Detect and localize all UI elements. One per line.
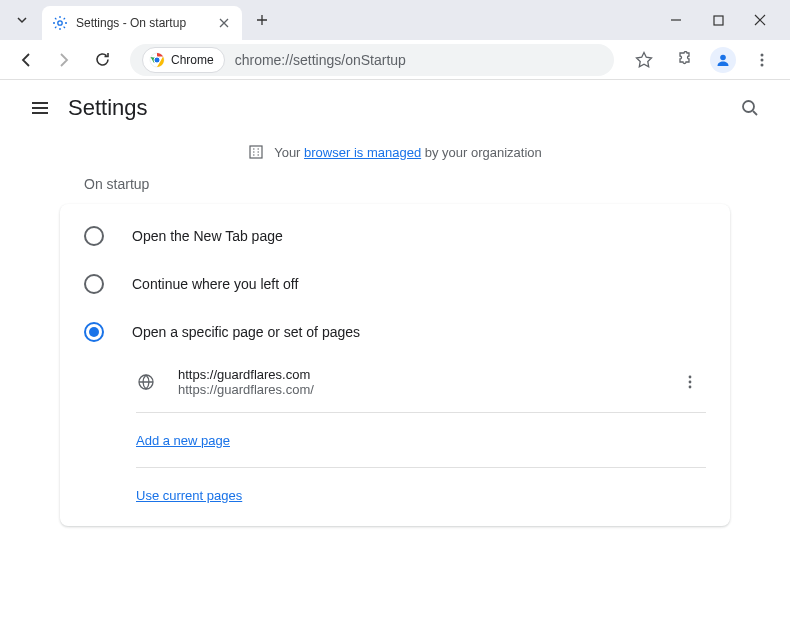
omnibox[interactable]: Chrome chrome://settings/onStartup: [130, 44, 614, 76]
maximize-button[interactable]: [704, 6, 732, 34]
radio-button: [84, 226, 104, 246]
globe-icon: [136, 372, 156, 392]
window-controls: [662, 6, 782, 34]
reload-button[interactable]: [86, 44, 118, 76]
menu-button[interactable]: [748, 46, 776, 74]
chrome-logo-icon: [149, 52, 165, 68]
chrome-chip-label: Chrome: [171, 53, 214, 67]
tab-close-button[interactable]: [216, 15, 232, 31]
page-entry-title: https://guardflares.com: [178, 367, 652, 382]
section-label: On startup: [60, 176, 730, 204]
managed-link[interactable]: browser is managed: [304, 145, 421, 160]
back-button[interactable]: [10, 44, 42, 76]
add-page-link[interactable]: Add a new page: [136, 433, 230, 448]
building-icon: [248, 144, 264, 160]
hamburger-icon: [30, 98, 50, 118]
use-current-link[interactable]: Use current pages: [136, 488, 242, 503]
browser-toolbar: Chrome chrome://settings/onStartup: [0, 40, 790, 80]
extensions-button[interactable]: [670, 46, 698, 74]
settings-search-button[interactable]: [730, 88, 770, 128]
settings-content: On startup Open the New Tab page Continu…: [0, 176, 790, 526]
settings-gear-icon: [52, 15, 68, 31]
dots-vertical-icon: [682, 374, 698, 390]
svg-point-4: [154, 57, 160, 63]
svg-point-9: [743, 101, 754, 112]
startup-page-entry: https://guardflares.com https://guardfla…: [60, 356, 730, 408]
reload-icon: [94, 51, 111, 68]
tab-title: Settings - On startup: [76, 16, 208, 30]
svg-point-6: [761, 53, 764, 56]
radio-button: [84, 274, 104, 294]
svg-point-12: [689, 376, 692, 379]
radio-specific-pages[interactable]: Open a specific page or set of pages: [60, 308, 730, 356]
minimize-icon: [670, 14, 682, 26]
new-tab-button[interactable]: [248, 6, 276, 34]
minimize-button[interactable]: [662, 6, 690, 34]
page-entry-more-button[interactable]: [674, 366, 706, 398]
radio-continue[interactable]: Continue where you left off: [60, 260, 730, 308]
plus-icon: [255, 13, 269, 27]
tab-search-dropdown[interactable]: [8, 6, 36, 34]
browser-tab[interactable]: Settings - On startup: [42, 6, 242, 40]
settings-menu-button[interactable]: [20, 88, 60, 128]
bookmark-button[interactable]: [630, 46, 658, 74]
divider: [136, 412, 706, 413]
startup-card: Open the New Tab page Continue where you…: [60, 204, 730, 526]
forward-button[interactable]: [48, 44, 80, 76]
maximize-icon: [713, 15, 724, 26]
close-icon: [754, 14, 766, 26]
svg-point-14: [689, 386, 692, 389]
arrow-left-icon: [17, 51, 35, 69]
managed-text: Your browser is managed by your organiza…: [274, 145, 542, 160]
add-page-row[interactable]: Add a new page: [60, 417, 730, 463]
radio-label: Open a specific page or set of pages: [132, 324, 360, 340]
search-icon: [740, 98, 760, 118]
arrow-right-icon: [55, 51, 73, 69]
chevron-down-icon: [16, 14, 28, 26]
use-current-row[interactable]: Use current pages: [60, 472, 730, 518]
radio-label: Continue where you left off: [132, 276, 298, 292]
radio-label: Open the New Tab page: [132, 228, 283, 244]
star-icon: [635, 51, 653, 69]
close-icon: [219, 18, 229, 28]
url-text: chrome://settings/onStartup: [235, 52, 406, 68]
svg-rect-1: [714, 16, 723, 25]
radio-button-selected: [84, 322, 104, 342]
svg-rect-10: [250, 146, 262, 158]
page-entry-url: https://guardflares.com/: [178, 382, 652, 397]
svg-point-8: [761, 63, 764, 66]
dots-vertical-icon: [754, 52, 770, 68]
settings-header: Settings: [0, 80, 790, 136]
settings-title: Settings: [68, 95, 730, 121]
puzzle-icon: [676, 51, 693, 68]
person-icon: [715, 52, 731, 68]
chrome-security-chip[interactable]: Chrome: [142, 47, 225, 73]
svg-point-13: [689, 381, 692, 384]
tab-strip: Settings - On startup: [8, 3, 662, 37]
svg-point-5: [720, 54, 726, 60]
page-info: https://guardflares.com https://guardfla…: [178, 367, 652, 397]
window-titlebar: Settings - On startup: [0, 0, 790, 40]
close-window-button[interactable]: [746, 6, 774, 34]
profile-avatar[interactable]: [710, 47, 736, 73]
svg-point-0: [58, 21, 62, 25]
managed-banner: Your browser is managed by your organiza…: [0, 136, 790, 176]
toolbar-actions: [626, 46, 780, 74]
divider: [136, 467, 706, 468]
svg-point-7: [761, 58, 764, 61]
radio-new-tab[interactable]: Open the New Tab page: [60, 212, 730, 260]
